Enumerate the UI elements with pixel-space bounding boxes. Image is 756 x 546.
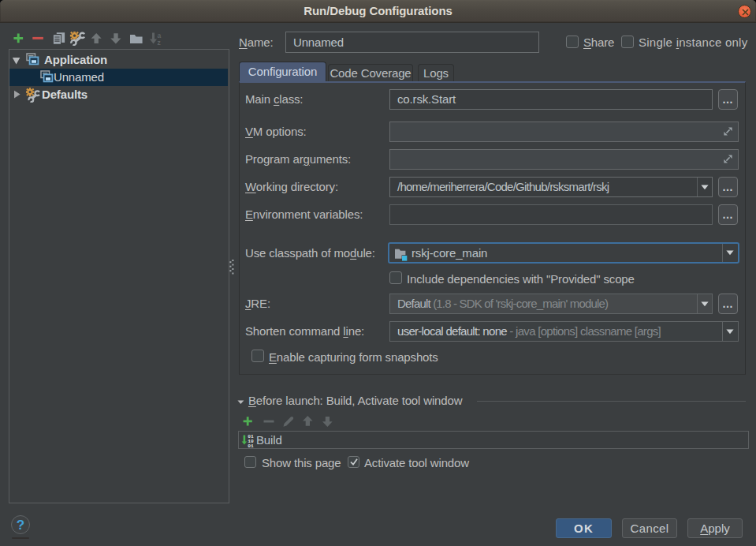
svg-text:01: 01 xyxy=(248,443,254,448)
svg-text:z: z xyxy=(158,39,161,46)
